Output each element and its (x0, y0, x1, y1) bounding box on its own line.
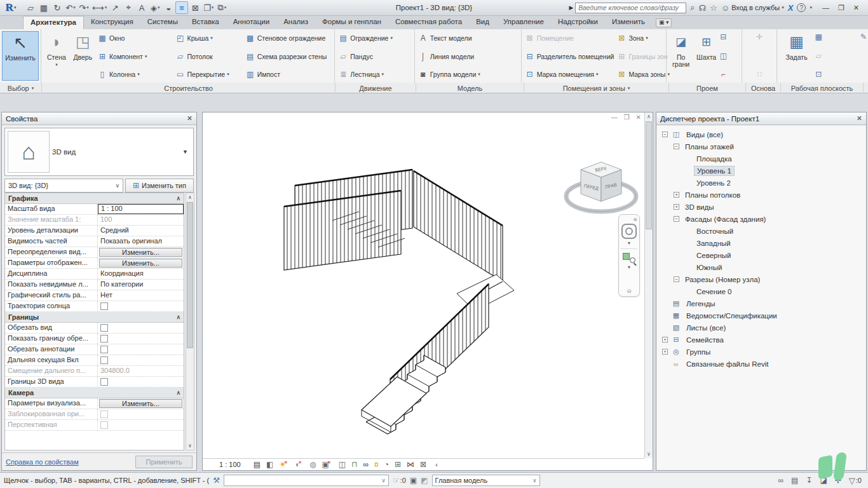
tree-item[interactable]: ∞Связанные файлы Revit (657, 358, 865, 370)
select-links-icon[interactable]: ∞ (778, 476, 783, 485)
room-separator-button[interactable]: ⊟Разделитель помещений (525, 51, 614, 62)
displacement-icon[interactable]: ⊞ (395, 459, 401, 470)
door-button[interactable]: ◳ Дверь (70, 31, 96, 81)
property-value[interactable] (98, 323, 184, 333)
visual-style-icon[interactable]: ◧ (266, 459, 273, 470)
property-value[interactable] (98, 420, 184, 430)
railing-button[interactable]: ▤Ограждение▾ (338, 32, 411, 44)
model-panel-label[interactable]: Модель (416, 83, 524, 93)
navbar-close-icon[interactable]: ⊗ (633, 217, 637, 222)
sheet-composition-icon[interactable]: ✎ (860, 32, 867, 43)
select-pinned-icon[interactable]: ↧ (806, 476, 812, 485)
expand-icon[interactable]: + (674, 204, 679, 210)
property-value[interactable] (98, 377, 184, 387)
editing-requests-button[interactable]: ☞ :0 (393, 476, 406, 485)
property-value[interactable] (98, 334, 184, 344)
property-value[interactable]: Изменить... (98, 247, 184, 257)
rooms-panel-label[interactable]: Помещения и зоны▾ (524, 83, 669, 93)
curtain-grid-button[interactable]: ▤Схема разрезки стены (245, 51, 332, 62)
apply-button[interactable]: Применить (135, 456, 193, 468)
subscription-icon[interactable]: ☊ (699, 3, 707, 13)
design-options-dialog-icon[interactable]: ▣ (410, 476, 417, 485)
property-value[interactable]: Средний (98, 226, 184, 236)
tree-item[interactable]: +◎Группы (657, 346, 865, 358)
search-expand-icon[interactable]: ▶ (569, 4, 573, 11)
show-workplane-icon[interactable]: ▦ (815, 32, 822, 43)
property-value[interactable]: По категории (98, 280, 184, 290)
property-value[interactable]: Нет (98, 290, 184, 301)
tab-Вид[interactable]: Вид (469, 16, 496, 29)
property-group-Камера[interactable]: Камера∧ (5, 388, 184, 398)
property-checkbox[interactable] (100, 324, 108, 332)
property-checkbox[interactable] (100, 356, 108, 364)
restore-button[interactable]: ❐ (838, 4, 844, 12)
measure-icon[interactable]: ⟷▾ (91, 1, 108, 14)
tab-Изменить[interactable]: Изменить (605, 16, 652, 29)
tree-item[interactable]: Уровень 2 (657, 177, 865, 189)
close-button[interactable]: ✕ (853, 4, 859, 12)
window-button[interactable]: ▦Окно (97, 32, 173, 44)
open-icon[interactable]: ▱ (24, 1, 37, 14)
close-hidden-windows-icon[interactable]: ⊠ (189, 1, 201, 14)
level-icon[interactable]: ✛ (756, 32, 763, 43)
tree-item[interactable]: Сечение 0 (657, 285, 865, 297)
modify-button[interactable]: ↖ Изменить (2, 31, 39, 81)
tree-item[interactable]: +3D виды (657, 201, 865, 213)
tree-item[interactable]: Восточный (657, 225, 865, 237)
select-underlay-icon[interactable]: ▤ (791, 476, 798, 485)
edit-type-button[interactable]: ⊞ Изменить тип (125, 179, 194, 193)
temporary-hide-icon[interactable]: ∞ (363, 459, 369, 470)
help-arrow-icon[interactable]: ▾ (810, 5, 812, 10)
zone-tag-button[interactable]: ⊠Марка зоны▾ (616, 69, 670, 80)
sun-path-off-icon[interactable]: ☀✕ (279, 459, 290, 470)
property-input[interactable]: 1 : 100 (98, 204, 184, 214)
properties-header[interactable]: Свойства ✕ (2, 112, 196, 125)
tab-Управление[interactable]: Управление (496, 16, 551, 29)
tag-icon[interactable]: ⌖ (122, 1, 135, 14)
collapse-chevron-icon[interactable]: ∧ (176, 390, 180, 396)
ramp-button[interactable]: ▱Пандус (338, 51, 411, 62)
model-text-button[interactable]: AТекст модели (418, 32, 519, 44)
thin-lines-icon[interactable]: ≡ (175, 1, 188, 14)
reveal-constraints-icon[interactable]: ⋈ (407, 459, 414, 470)
expand-icon[interactable]: + (674, 192, 679, 198)
collapse-icon[interactable]: − (674, 144, 679, 149)
filter-button[interactable]: ▽ :0 (849, 476, 862, 485)
crop-view-icon[interactable]: ▣✕ (322, 459, 333, 470)
drag-on-selection-icon[interactable]: ✢ (835, 476, 841, 485)
room-tag-button[interactable]: ⊡Марка помещения▾ (525, 69, 614, 80)
component-button[interactable]: ⊞Компонент▾ (97, 51, 173, 62)
dormer-opening-icon[interactable]: ⌐ (721, 70, 726, 80)
property-group-Границы[interactable]: Границы∧ (5, 312, 184, 323)
ref-plane-icon[interactable]: ▱ (816, 51, 822, 62)
vscroll-down-icon[interactable]: ∨ (645, 451, 653, 457)
tree-item[interactable]: −Разрезы (Номер узла) (657, 273, 865, 285)
zoom-menu-arrow-icon[interactable]: ▼ (627, 265, 632, 269)
tab-Формы и генплан[interactable]: Формы и генплан (315, 16, 388, 29)
text-icon[interactable]: A (135, 1, 148, 14)
design-options-pick-icon[interactable]: ◩ (421, 476, 428, 485)
collapse-icon[interactable]: − (674, 276, 679, 282)
navigation-bar[interactable]: ⊗ ▼ ▼ ⊖ (618, 214, 640, 297)
tab-Конструкция[interactable]: Конструкция (84, 16, 140, 29)
navbar-options-icon[interactable]: ⊖ (627, 288, 632, 294)
tree-item[interactable]: Уровень 1 (657, 165, 865, 177)
revit-app-button[interactable]: R▾ (0, 0, 22, 16)
property-value[interactable] (98, 344, 184, 355)
aligned-dimension-icon[interactable]: ↗ (109, 1, 121, 14)
collapse-icon[interactable]: − (662, 132, 668, 137)
property-value[interactable]: 100 (98, 215, 184, 225)
detail-level-icon[interactable]: ▤ (254, 459, 261, 470)
grid-icon[interactable]: ∷ (757, 70, 763, 80)
property-edit-button[interactable]: Изменить... (99, 259, 182, 268)
workset-combobox[interactable]: ∨ (224, 475, 389, 486)
scroll-up-icon[interactable]: ∧ (186, 194, 194, 200)
column-button[interactable]: ▯Колонна▾ (97, 69, 173, 80)
shadows-off-icon[interactable]: ◐✕ (295, 459, 304, 470)
property-value[interactable]: 304800.0 (98, 366, 184, 376)
scale-button[interactable]: 1 : 100 (219, 461, 241, 468)
property-checkbox[interactable] (100, 302, 108, 310)
tree-item[interactable]: Площадка (657, 152, 865, 165)
scroll-down-icon[interactable]: ∨ (186, 443, 194, 449)
search-icon[interactable]: ⌕ (690, 3, 695, 13)
